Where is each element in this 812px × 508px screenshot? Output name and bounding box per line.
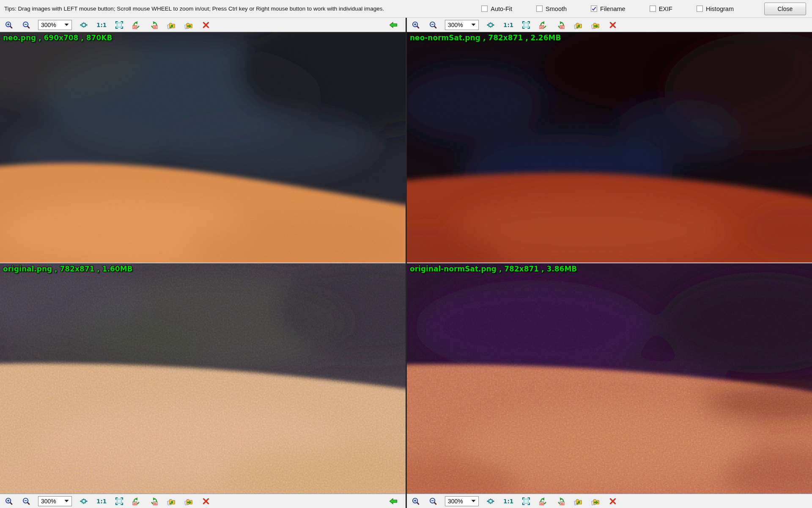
rotate-left-90-icon	[132, 21, 141, 29]
zoom-level-select[interactable]: 300%	[445, 496, 479, 506]
zoom-out-button[interactable]	[21, 19, 32, 30]
image-neo-normsat	[407, 32, 812, 262]
rotate-left-90-icon	[539, 21, 548, 29]
image-filename-label: original.png , 782x871 , 1.60MB	[3, 265, 133, 273]
checkbox-box	[697, 6, 703, 12]
rotate-right-button[interactable]	[148, 496, 159, 507]
actual-size-button[interactable]: 1:1	[96, 19, 107, 30]
rotate-left-button[interactable]	[538, 496, 549, 507]
move-to-folder-button[interactable]	[590, 19, 601, 30]
zoom-in-button[interactable]	[3, 496, 14, 507]
actual-size-button[interactable]: 1:1	[502, 496, 514, 507]
image-panel-bottom-right[interactable]: original-normSat.png , 782x871 , 3.86MB	[407, 263, 812, 494]
image-filename-label: original-normSat.png , 782x871 , 3.86MB	[410, 265, 577, 273]
rotate-left-90-icon	[539, 497, 548, 505]
fit-selection-button[interactable]	[114, 496, 125, 507]
zoom-out-button[interactable]	[428, 496, 439, 507]
zoom-level-value: 300%	[448, 22, 469, 28]
scroll-left-button[interactable]	[388, 19, 399, 30]
zoom-in-icon	[5, 21, 13, 29]
rotate-left-button[interactable]	[131, 19, 142, 30]
checkbox-label: Auto-Fit	[491, 6, 512, 12]
fit-to-window-button[interactable]	[78, 496, 89, 507]
zoom-level-select[interactable]: 300%	[38, 20, 72, 30]
copy-to-folder-icon	[574, 21, 582, 29]
zoom-level-value: 300%	[41, 22, 63, 28]
fit-selection-button[interactable]	[521, 19, 532, 30]
actual-size-button[interactable]: 1:1	[502, 19, 514, 30]
copy-to-folder-button[interactable]	[573, 19, 584, 30]
move-to-folder-button[interactable]	[183, 19, 194, 30]
move-to-folder-button[interactable]	[183, 496, 194, 507]
fit-to-window-button[interactable]	[485, 496, 496, 507]
zoom-out-icon	[22, 21, 30, 29]
delete-button[interactable]	[607, 496, 618, 507]
rotate-right-90-icon	[150, 497, 158, 505]
chevron-down-icon	[64, 500, 69, 502]
image-panel-top-left[interactable]: neo.png , 690x708 , 870KB	[0, 32, 406, 262]
copy-to-folder-icon	[167, 497, 176, 505]
rotate-right-button[interactable]	[148, 19, 159, 30]
zoom-in-button[interactable]	[410, 496, 421, 507]
fit-to-window-icon	[486, 21, 495, 29]
zoom-out-icon	[22, 497, 30, 505]
histogram-checkbox[interactable]: Histogram	[697, 6, 734, 12]
copy-to-folder-button[interactable]	[166, 19, 177, 30]
zoom-in-button[interactable]	[3, 19, 14, 30]
toolbar-top-left: 300% 1:1	[0, 18, 406, 32]
view-options-group: Auto-Fit Smooth Filename EXIF Histogram	[481, 6, 734, 12]
fit-selection-button[interactable]	[114, 19, 125, 30]
zoom-out-button[interactable]	[428, 19, 439, 30]
zoom-level-select[interactable]: 300%	[38, 496, 72, 506]
copy-to-folder-button[interactable]	[573, 496, 584, 507]
delete-button[interactable]	[607, 19, 618, 30]
fit-selection-button[interactable]	[521, 496, 532, 507]
rotate-left-button[interactable]	[131, 496, 142, 507]
checkbox-box	[481, 6, 488, 12]
image-panel-top-right[interactable]: neo-normSat.png , 782x871 , 2.26MB	[407, 32, 812, 262]
fit-to-window-button[interactable]	[485, 19, 496, 30]
move-to-folder-button[interactable]	[590, 496, 601, 507]
image-original-normsat	[407, 263, 812, 494]
zoom-in-icon	[411, 497, 420, 505]
filename-checkbox[interactable]: Filename	[591, 6, 625, 12]
delete-button[interactable]	[200, 496, 211, 507]
move-to-folder-icon	[591, 21, 600, 29]
image-original	[0, 263, 406, 494]
copy-to-folder-button[interactable]	[166, 496, 177, 507]
auto-fit-checkbox[interactable]: Auto-Fit	[481, 6, 512, 12]
rotate-right-90-icon	[557, 497, 565, 505]
smooth-checkbox[interactable]: Smooth	[536, 6, 567, 12]
delete-button[interactable]	[200, 19, 211, 30]
zoom-out-icon	[429, 497, 437, 505]
scroll-left-button[interactable]	[388, 496, 399, 507]
checkbox-box	[650, 6, 656, 12]
checkbox-label: Smooth	[546, 6, 567, 12]
actual-size-button[interactable]: 1:1	[96, 496, 107, 507]
delete-x-icon	[609, 21, 617, 29]
zoom-out-button[interactable]	[21, 496, 32, 507]
rotate-right-button[interactable]	[555, 496, 566, 507]
tips-bar: Tips: Drag images with LEFT mouse button…	[0, 0, 812, 18]
zoom-in-icon	[5, 497, 13, 505]
move-to-folder-icon	[184, 497, 193, 505]
zoom-level-select[interactable]: 300%	[445, 20, 479, 30]
rotate-right-button[interactable]	[555, 19, 566, 30]
image-neo	[0, 32, 406, 262]
zoom-level-value: 300%	[41, 498, 63, 505]
checkbox-box	[591, 6, 597, 12]
fit-to-window-button[interactable]	[78, 19, 89, 30]
zoom-in-button[interactable]	[410, 19, 421, 30]
zoom-out-icon	[429, 21, 437, 29]
rotate-left-button[interactable]	[538, 19, 549, 30]
move-to-folder-icon	[184, 21, 193, 29]
compare-grid: 300% 1:1 300% 1:1	[0, 18, 812, 508]
check-icon	[591, 6, 597, 11]
delete-x-icon	[202, 497, 210, 505]
exif-checkbox[interactable]: EXIF	[650, 6, 672, 12]
close-button[interactable]: Close	[764, 3, 806, 15]
rotate-left-90-icon	[132, 497, 141, 505]
chevron-down-icon	[64, 23, 69, 26]
image-panel-bottom-left[interactable]: original.png , 782x871 , 1.60MB	[0, 263, 406, 494]
green-left-arrow-icon	[389, 21, 398, 29]
